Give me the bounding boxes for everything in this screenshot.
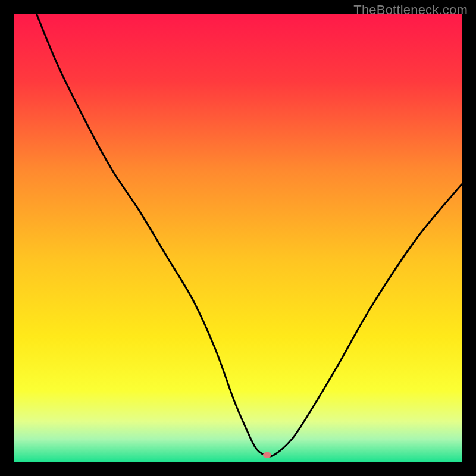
chart-svg <box>14 14 462 462</box>
watermark-text: TheBottleneck.com <box>353 2 468 18</box>
chart-background-gradient <box>14 14 462 462</box>
chart-frame: TheBottleneck.com <box>0 0 476 476</box>
chart-plot-area <box>14 14 462 462</box>
optimum-marker <box>263 452 271 458</box>
